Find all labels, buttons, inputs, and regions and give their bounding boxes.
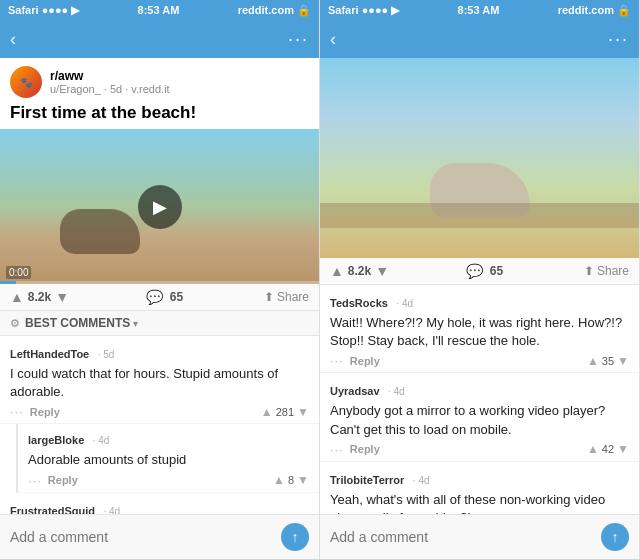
right-actions-0: ··· Reply ▲ 35 ▼	[330, 353, 629, 368]
comment-author-2: FrustratedSquid	[10, 505, 95, 514]
comment-text-1: Adorable amounts of stupid	[28, 451, 309, 469]
right-down-1[interactable]: ▼	[617, 442, 629, 456]
right-vcount-0: 35	[602, 355, 614, 367]
share-button-left[interactable]: ⬆ Share	[264, 290, 309, 304]
play-button[interactable]: ▶	[138, 185, 182, 229]
right-comment-header-2: TrilobiteTerror · 4d	[330, 470, 629, 488]
right-dots-0: ···	[330, 353, 344, 368]
right-comment-header-1: Uyradsav · 4d	[330, 381, 629, 399]
status-bar-left-left: Safari ●●●● ▶	[8, 4, 79, 17]
right-down-0[interactable]: ▼	[617, 354, 629, 368]
upvote-button-right[interactable]: ▲	[330, 263, 344, 279]
right-actions-1: ··· Reply ▲ 42 ▼	[330, 442, 629, 457]
upvote-button-left[interactable]: ▲	[10, 289, 24, 305]
comment-header-1: largeBloke · 4d	[28, 430, 309, 448]
safari-label: Safari ●●●● ▶	[8, 4, 79, 17]
status-bar-url: reddit.com 🔒	[238, 4, 311, 17]
add-comment-input-right[interactable]	[330, 529, 601, 545]
filter-arrow: ▾	[133, 318, 138, 329]
dog-shape	[60, 209, 140, 254]
post-header-left: 🐾 r/aww u/Eragon_ · 5d · v.redd.it	[0, 58, 319, 103]
right-text-0: Wait!! Where?!? My hole, it was right he…	[330, 314, 629, 350]
comment-icon-left: 💬	[146, 289, 163, 305]
comment-actions-1: ··· Reply ▲ 8 ▼	[28, 473, 309, 488]
comment-time-1: · 4d	[93, 435, 110, 446]
vote-bar-right: ▲ 8.2k ▼ 💬 65 ⬆ Share	[320, 258, 639, 285]
comment-block-2: FrustratedSquid · 4d Poor pup, the water…	[0, 493, 319, 514]
right-text-1: Anybody got a mirror to a working video …	[330, 402, 629, 438]
add-comment-submit-right[interactable]: ↑	[601, 523, 629, 551]
comment-header-0: LeftHandedToe · 5d	[10, 344, 309, 362]
upvote-icon-1[interactable]: ▲	[273, 473, 285, 487]
right-panel: Safari ●●●● ▶ 8:53 AM reddit.com 🔒 ‹ ···…	[320, 0, 640, 559]
downvote-icon-1[interactable]: ▼	[297, 473, 309, 487]
safari-label-right: Safari ●●●● ▶	[328, 4, 399, 17]
downvote-icon-0[interactable]: ▼	[297, 405, 309, 419]
comment-block-0: LeftHandedToe · 5d I could watch that fo…	[0, 336, 319, 424]
comment-dots-1: ···	[28, 473, 42, 488]
right-time-0: · 4d	[396, 298, 413, 309]
comment-icon-right: 💬	[466, 263, 483, 279]
comment-author-0: LeftHandedToe	[10, 348, 89, 360]
share-label-right: Share	[597, 264, 629, 278]
status-bar-time: 8:53 AM	[138, 4, 180, 16]
time-right: 8:53 AM	[458, 4, 500, 16]
comment-count-right: 65	[490, 264, 503, 278]
upvote-icon-0[interactable]: ▲	[261, 405, 273, 419]
right-comment-header-0: TedsRocks · 4d	[330, 293, 629, 311]
right-author-2: TrilobiteTerror	[330, 474, 404, 486]
comment-reply-1[interactable]: Reply	[48, 474, 78, 486]
right-reply-1[interactable]: Reply	[350, 443, 380, 455]
status-bar-left: Safari ●●●● ▶ 8:53 AM reddit.com 🔒	[0, 0, 319, 20]
comment-reply-0[interactable]: Reply	[30, 406, 60, 418]
comment-vote-0: ▲ 281 ▼	[261, 405, 309, 419]
right-reply-0[interactable]: Reply	[350, 355, 380, 367]
video-progress-bar	[0, 281, 16, 284]
comment-author-1: largeBloke	[28, 434, 84, 446]
filter-icon: ⚙	[10, 317, 20, 330]
downvote-button-right[interactable]: ▼	[375, 263, 389, 279]
comments-list-left: LeftHandedToe · 5d I could watch that fo…	[0, 336, 319, 514]
back-button-right[interactable]: ‹	[330, 29, 336, 50]
left-panel: Safari ●●●● ▶ 8:53 AM reddit.com 🔒 ‹ ···…	[0, 0, 320, 559]
post-subreddit: r/aww	[50, 69, 170, 83]
filter-label: BEST COMMENTS	[25, 316, 130, 330]
status-left-right: Safari ●●●● ▶	[328, 4, 399, 17]
comment-time-2: · 4d	[103, 506, 120, 514]
comments-list-right: TedsRocks · 4d Wait!! Where?!? My hole, …	[320, 285, 639, 514]
nav-dots-left[interactable]: ···	[288, 29, 309, 50]
add-comment-bar-right: ↑	[320, 514, 639, 559]
right-author-0: TedsRocks	[330, 297, 388, 309]
share-button-right[interactable]: ⬆ Share	[584, 264, 629, 278]
right-time-1: · 4d	[388, 386, 405, 397]
right-up-1[interactable]: ▲	[587, 442, 599, 456]
comments-filter-left[interactable]: ⚙ BEST COMMENTS ▾	[0, 311, 319, 336]
video-container-right[interactable]	[320, 58, 639, 258]
nav-dots-right[interactable]: ···	[608, 29, 629, 50]
comment-vote-1: ▲ 8 ▼	[273, 473, 309, 487]
avatar-left: 🐾	[10, 66, 42, 98]
video-container-left[interactable]: ▶ 0:00	[0, 129, 319, 284]
right-comment-2: TrilobiteTerror · 4d Yeah, what's with a…	[320, 462, 639, 514]
right-text-2: Yeah, what's with all of these non-worki…	[330, 491, 629, 514]
vote-bar-left: ▲ 8.2k ▼ 💬 65 ⬆ Share	[0, 284, 319, 311]
comment-block-1: largeBloke · 4d Adorable amounts of stup…	[16, 424, 319, 492]
nav-bar-left: ‹ ···	[0, 20, 319, 58]
vote-count-comment-0: 281	[276, 406, 294, 418]
comment-time-0: · 5d	[98, 349, 115, 360]
add-comment-bar-left: ↑	[0, 514, 319, 559]
add-comment-submit-left[interactable]: ↑	[281, 523, 309, 551]
right-comment-1: Uyradsav · 4d Anybody got a mirror to a …	[320, 373, 639, 461]
sand-strip	[320, 203, 639, 228]
right-comment-0: TedsRocks · 4d Wait!! Where?!? My hole, …	[320, 285, 639, 373]
comment-count-left: 65	[170, 290, 183, 304]
right-up-0[interactable]: ▲	[587, 354, 599, 368]
status-bar-right: Safari ●●●● ▶ 8:53 AM reddit.com 🔒	[320, 0, 639, 20]
downvote-button-left[interactable]: ▼	[55, 289, 69, 305]
right-author-1: Uyradsav	[330, 385, 380, 397]
back-button-left[interactable]: ‹	[10, 29, 16, 50]
add-comment-input-left[interactable]	[10, 529, 281, 545]
share-icon-left: ⬆	[264, 290, 274, 304]
right-vcount-1: 42	[602, 443, 614, 455]
share-icon-right: ⬆	[584, 264, 594, 278]
